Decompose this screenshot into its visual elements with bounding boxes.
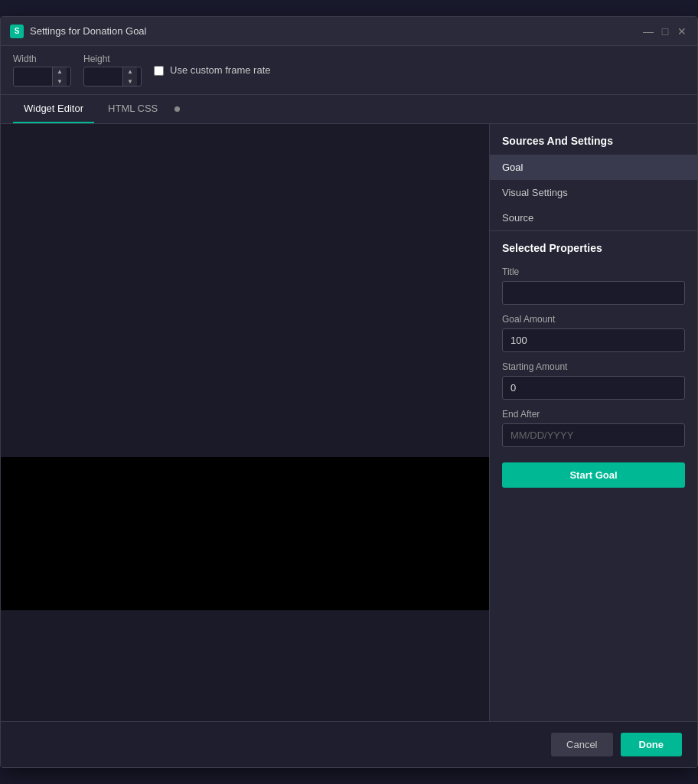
- width-label: Width: [13, 54, 71, 64]
- sidebar-item-goal[interactable]: Goal: [490, 155, 697, 180]
- done-button[interactable]: Done: [621, 733, 683, 756]
- starting-amount-property-label: Starting Amount: [502, 361, 685, 372]
- starting-amount-property-group: Starting Amount: [490, 357, 697, 404]
- goal-amount-input[interactable]: [502, 328, 685, 352]
- title-property-label: Title: [502, 266, 685, 277]
- height-input[interactable]: 200: [84, 71, 122, 83]
- preview-panel: [1, 124, 489, 721]
- sources-settings-title: Sources And Settings: [490, 124, 697, 155]
- end-after-property-group: End After: [490, 404, 697, 452]
- app-icon: S: [10, 24, 24, 38]
- sidebar-item-visual-settings[interactable]: Visual Settings: [490, 180, 697, 205]
- title-property-group: Title: [490, 262, 697, 309]
- sidebar-item-source[interactable]: Source: [490, 205, 697, 230]
- end-after-property-label: End After: [502, 409, 685, 420]
- width-field-group: Width 600 ▲ ▼: [13, 54, 71, 87]
- width-spinner[interactable]: 600 ▲ ▼: [13, 67, 71, 87]
- minimize-button[interactable]: —: [642, 25, 654, 38]
- height-label: Height: [83, 54, 142, 64]
- width-increment-button[interactable]: ▲: [53, 67, 67, 77]
- close-button[interactable]: ✕: [676, 25, 688, 38]
- custom-frame-group: Use custom frame rate: [154, 63, 271, 77]
- height-increment-button[interactable]: ▲: [123, 67, 137, 77]
- sidebar: Sources And Settings Goal Visual Setting…: [489, 124, 697, 721]
- custom-frame-label: Use custom frame rate: [170, 64, 271, 77]
- width-spinner-buttons: ▲ ▼: [52, 67, 67, 87]
- preview-content-black: [1, 457, 489, 610]
- titlebar-controls: — □ ✕: [642, 25, 688, 38]
- starting-amount-input[interactable]: [502, 376, 685, 400]
- width-input[interactable]: 600: [14, 71, 52, 83]
- settings-window: S Settings for Donation Goal — □ ✕ Width…: [0, 16, 698, 768]
- titlebar-left: S Settings for Donation Goal: [10, 24, 146, 38]
- goal-amount-property-label: Goal Amount: [502, 314, 685, 325]
- custom-frame-checkbox[interactable]: [154, 66, 164, 76]
- window-title: Settings for Donation Goal: [30, 25, 146, 37]
- height-spinner[interactable]: 200 ▲ ▼: [83, 67, 142, 87]
- title-input[interactable]: [502, 281, 685, 305]
- height-decrement-button[interactable]: ▼: [123, 77, 137, 87]
- height-spinner-buttons: ▲ ▼: [122, 67, 137, 87]
- goal-amount-property-group: Goal Amount: [490, 309, 697, 357]
- titlebar: S Settings for Donation Goal — □ ✕: [1, 17, 697, 46]
- footer: Cancel Done: [1, 721, 697, 767]
- end-after-input[interactable]: [502, 423, 685, 447]
- tab-html-css[interactable]: HTML CSS: [97, 95, 168, 123]
- tab-widget-editor[interactable]: Widget Editor: [13, 95, 94, 123]
- maximize-button[interactable]: □: [659, 25, 671, 38]
- tab-dot-indicator: [174, 106, 180, 112]
- selected-properties-title: Selected Properties: [490, 230, 697, 262]
- tabs-bar: Widget Editor HTML CSS: [1, 95, 697, 124]
- toolbar: Width 600 ▲ ▼ Height 200 ▲ ▼ Use custom …: [1, 46, 697, 95]
- cancel-button[interactable]: Cancel: [551, 733, 612, 756]
- width-decrement-button[interactable]: ▼: [53, 77, 67, 87]
- content-area: Sources And Settings Goal Visual Setting…: [1, 124, 697, 721]
- start-goal-button[interactable]: Start Goal: [502, 462, 685, 488]
- height-field-group: Height 200 ▲ ▼: [83, 54, 142, 87]
